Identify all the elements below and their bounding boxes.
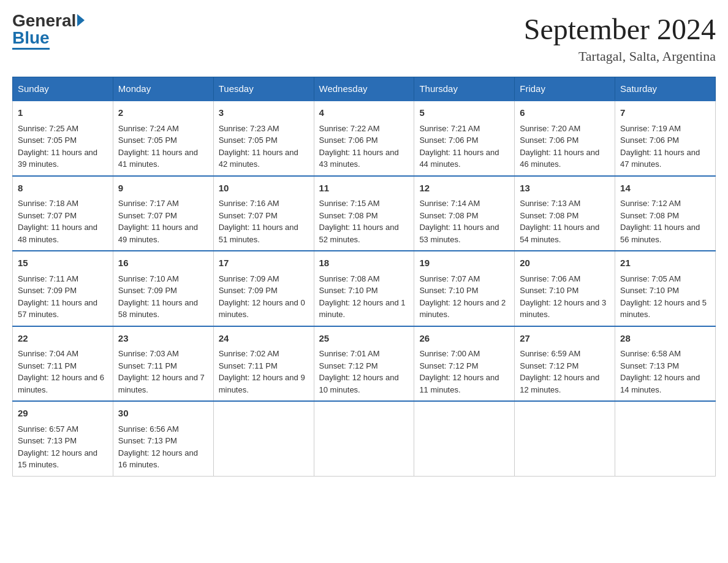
sunset-label: Sunset: 7:11 PM (18, 361, 77, 370)
sunset-label: Sunset: 7:13 PM (18, 436, 77, 445)
daylight-label: Daylight: 11 hours and 41 minutes. (118, 148, 198, 169)
daylight-label: Daylight: 12 hours and 1 minute. (319, 298, 406, 320)
day-number: 1 (18, 106, 108, 120)
sunrise-label: Sunrise: 7:22 AM (319, 124, 380, 133)
day-of-week-header: Friday (515, 77, 615, 101)
sunrise-label: Sunrise: 7:12 AM (620, 199, 681, 208)
daylight-label: Daylight: 11 hours and 58 minutes. (118, 298, 198, 320)
day-number: 19 (419, 256, 509, 270)
calendar-cell (615, 401, 716, 476)
sunrise-label: Sunrise: 6:58 AM (620, 349, 681, 358)
daylight-label: Daylight: 11 hours and 47 minutes. (620, 148, 700, 169)
sunrise-label: Sunrise: 6:56 AM (118, 424, 179, 434)
logo-general-text: General (12, 12, 76, 29)
daylight-label: Daylight: 12 hours and 7 minutes. (118, 373, 205, 394)
calendar-cell: 13 Sunrise: 7:13 AM Sunset: 7:08 PM Dayl… (515, 176, 615, 251)
daylight-label: Daylight: 12 hours and 14 minutes. (620, 373, 700, 394)
calendar-cell: 30 Sunrise: 6:56 AM Sunset: 7:13 PM Dayl… (113, 401, 213, 476)
calendar-week-row: 22 Sunrise: 7:04 AM Sunset: 7:11 PM Dayl… (13, 326, 716, 402)
day-number: 12 (419, 182, 509, 196)
calendar-cell: 16 Sunrise: 7:10 AM Sunset: 7:09 PM Dayl… (113, 251, 213, 326)
calendar-cell: 3 Sunrise: 7:23 AM Sunset: 7:05 PM Dayli… (213, 101, 314, 176)
day-number: 13 (520, 182, 610, 196)
day-number: 11 (319, 182, 409, 196)
sunrise-label: Sunrise: 7:08 AM (319, 274, 380, 283)
calendar-header-row: SundayMondayTuesdayWednesdayThursdayFrid… (13, 77, 716, 101)
sunset-label: Sunset: 7:08 PM (620, 211, 679, 220)
day-number: 5 (419, 106, 509, 120)
logo-underline (12, 48, 50, 50)
day-of-week-header: Thursday (414, 77, 515, 101)
sunrise-label: Sunrise: 7:21 AM (419, 124, 480, 133)
calendar-cell (314, 401, 414, 476)
day-number: 17 (219, 256, 309, 270)
day-number: 4 (319, 106, 409, 120)
sunset-label: Sunset: 7:10 PM (419, 286, 478, 295)
calendar-cell: 27 Sunrise: 6:59 AM Sunset: 7:12 PM Dayl… (515, 326, 615, 402)
location-subtitle: Tartagal, Salta, Argentina (524, 48, 716, 64)
sunset-label: Sunset: 7:09 PM (118, 286, 177, 295)
daylight-label: Daylight: 11 hours and 43 minutes. (319, 148, 399, 169)
sunrise-label: Sunrise: 7:20 AM (520, 124, 580, 133)
sunrise-label: Sunrise: 7:09 AM (219, 274, 279, 283)
calendar-cell: 15 Sunrise: 7:11 AM Sunset: 7:09 PM Dayl… (13, 251, 113, 326)
calendar-cell: 19 Sunrise: 7:07 AM Sunset: 7:10 PM Dayl… (414, 251, 515, 326)
sunrise-label: Sunrise: 7:03 AM (118, 349, 179, 358)
sunrise-label: Sunrise: 7:13 AM (520, 199, 580, 208)
calendar-week-row: 15 Sunrise: 7:11 AM Sunset: 7:09 PM Dayl… (13, 251, 716, 326)
calendar-cell: 21 Sunrise: 7:05 AM Sunset: 7:10 PM Dayl… (615, 251, 716, 326)
daylight-label: Daylight: 12 hours and 16 minutes. (118, 448, 198, 470)
daylight-label: Daylight: 11 hours and 54 minutes. (520, 223, 599, 244)
sunrise-label: Sunrise: 7:19 AM (620, 124, 681, 133)
logo: General Blue (12, 12, 85, 50)
logo-triangle-icon (77, 14, 85, 26)
sunset-label: Sunset: 7:09 PM (219, 286, 278, 295)
calendar-week-row: 29 Sunrise: 6:57 AM Sunset: 7:13 PM Dayl… (13, 401, 716, 476)
sunrise-label: Sunrise: 7:24 AM (118, 124, 179, 133)
sunrise-label: Sunrise: 6:59 AM (520, 349, 580, 358)
daylight-label: Daylight: 12 hours and 15 minutes. (18, 448, 97, 470)
sunrise-label: Sunrise: 7:05 AM (620, 274, 681, 283)
calendar-cell: 10 Sunrise: 7:16 AM Sunset: 7:07 PM Dayl… (213, 176, 314, 251)
calendar-cell: 28 Sunrise: 6:58 AM Sunset: 7:13 PM Dayl… (615, 326, 716, 402)
day-of-week-header: Saturday (615, 77, 716, 101)
day-of-week-header: Monday (113, 77, 213, 101)
daylight-label: Daylight: 11 hours and 57 minutes. (18, 298, 97, 320)
day-of-week-header: Wednesday (314, 77, 414, 101)
sunrise-label: Sunrise: 7:06 AM (520, 274, 580, 283)
sunrise-label: Sunrise: 7:02 AM (219, 349, 279, 358)
title-area: September 2024 Tartagal, Salta, Argentin… (524, 12, 716, 64)
sunset-label: Sunset: 7:06 PM (319, 136, 378, 145)
sunset-label: Sunset: 7:11 PM (118, 361, 177, 370)
sunset-label: Sunset: 7:12 PM (319, 361, 378, 370)
daylight-label: Daylight: 11 hours and 52 minutes. (319, 223, 399, 244)
sunset-label: Sunset: 7:09 PM (18, 286, 77, 295)
calendar-cell: 25 Sunrise: 7:01 AM Sunset: 7:12 PM Dayl… (314, 326, 414, 402)
sunrise-label: Sunrise: 7:23 AM (219, 124, 279, 133)
calendar-cell: 26 Sunrise: 7:00 AM Sunset: 7:12 PM Dayl… (414, 326, 515, 402)
day-number: 6 (520, 106, 610, 120)
day-number: 26 (419, 332, 509, 346)
sunset-label: Sunset: 7:05 PM (18, 136, 77, 145)
calendar-cell: 23 Sunrise: 7:03 AM Sunset: 7:11 PM Dayl… (113, 326, 213, 402)
calendar-cell: 9 Sunrise: 7:17 AM Sunset: 7:07 PM Dayli… (113, 176, 213, 251)
calendar-cell: 20 Sunrise: 7:06 AM Sunset: 7:10 PM Dayl… (515, 251, 615, 326)
sunrise-label: Sunrise: 7:25 AM (18, 124, 78, 133)
sunset-label: Sunset: 7:08 PM (419, 211, 478, 220)
daylight-label: Daylight: 12 hours and 10 minutes. (319, 373, 399, 394)
calendar-cell: 5 Sunrise: 7:21 AM Sunset: 7:06 PM Dayli… (414, 101, 515, 176)
daylight-label: Daylight: 11 hours and 42 minutes. (219, 148, 298, 169)
day-number: 7 (620, 106, 710, 120)
calendar-cell: 29 Sunrise: 6:57 AM Sunset: 7:13 PM Dayl… (13, 401, 113, 476)
sunset-label: Sunset: 7:10 PM (319, 286, 378, 295)
calendar-week-row: 8 Sunrise: 7:18 AM Sunset: 7:07 PM Dayli… (13, 176, 716, 251)
daylight-label: Daylight: 12 hours and 5 minutes. (620, 298, 707, 320)
day-number: 29 (18, 407, 108, 421)
day-of-week-header: Sunday (13, 77, 113, 101)
calendar-week-row: 1 Sunrise: 7:25 AM Sunset: 7:05 PM Dayli… (13, 101, 716, 176)
daylight-label: Daylight: 11 hours and 51 minutes. (219, 223, 298, 244)
sunrise-label: Sunrise: 7:14 AM (419, 199, 480, 208)
daylight-label: Daylight: 11 hours and 53 minutes. (419, 223, 499, 244)
page-header: General Blue September 2024 Tartagal, Sa… (12, 12, 716, 64)
calendar-cell: 11 Sunrise: 7:15 AM Sunset: 7:08 PM Dayl… (314, 176, 414, 251)
